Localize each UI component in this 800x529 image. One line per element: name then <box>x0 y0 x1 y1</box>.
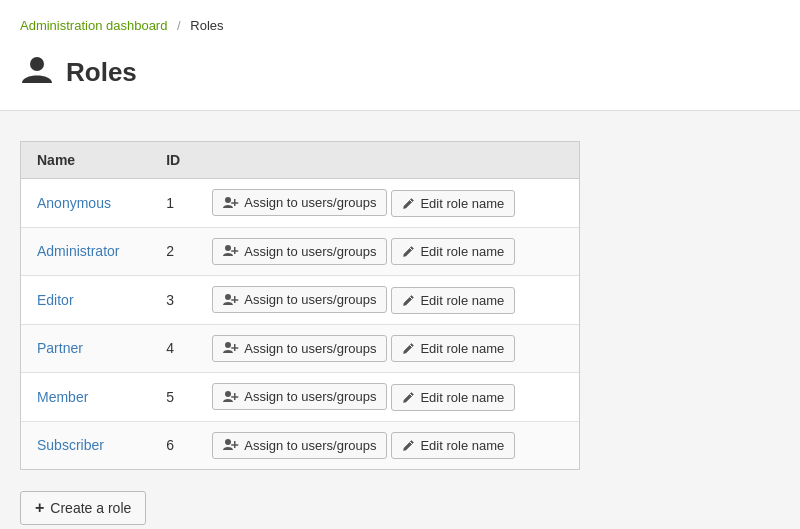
edit-role-name-button[interactable]: Edit role name <box>391 335 515 362</box>
role-id-cell: 6 <box>150 421 196 469</box>
assign-button-label: Assign to users/groups <box>244 244 376 259</box>
role-name-cell: Subscriber <box>21 421 150 469</box>
svg-point-21 <box>225 439 231 445</box>
breadcrumb: Administration dashboard / Roles <box>20 10 780 39</box>
role-actions-cell: Assign to users/groups Edit role name <box>196 276 579 325</box>
roles-table-wrapper: Name ID Anonymous1 Assign to users/group… <box>20 141 580 470</box>
assign-to-users-groups-button[interactable]: Assign to users/groups <box>212 189 387 216</box>
pencil-icon <box>402 391 415 404</box>
edit-role-name-button[interactable]: Edit role name <box>391 287 515 314</box>
svg-point-5 <box>225 245 231 251</box>
col-name: Name <box>21 142 150 179</box>
role-name-cell: Administrator <box>21 227 150 276</box>
breadcrumb-current: Roles <box>190 18 223 33</box>
edit-role-name-button[interactable]: Edit role name <box>391 432 515 459</box>
role-actions-cell: Assign to users/groups Edit role name <box>196 179 579 228</box>
col-id: ID <box>150 142 196 179</box>
svg-rect-11 <box>231 299 238 301</box>
pencil-icon <box>402 342 415 355</box>
svg-rect-23 <box>231 444 238 446</box>
svg-point-1 <box>225 197 231 203</box>
role-name-link[interactable]: Partner <box>37 340 83 356</box>
role-id-cell: 4 <box>150 324 196 373</box>
assign-icon <box>223 196 239 210</box>
plus-icon: + <box>35 499 44 517</box>
edit-button-label: Edit role name <box>420 293 504 308</box>
role-actions-cell: Assign to users/groups Edit role name <box>196 421 579 469</box>
edit-role-name-button[interactable]: Edit role name <box>391 190 515 217</box>
table-row: Member5 Assign to users/groups Edit role… <box>21 373 579 422</box>
svg-point-17 <box>225 391 231 397</box>
roles-icon <box>20 53 54 92</box>
roles-table: Name ID Anonymous1 Assign to users/group… <box>21 142 579 469</box>
role-id-cell: 2 <box>150 227 196 276</box>
create-role-label: Create a role <box>50 500 131 516</box>
create-role-button[interactable]: + Create a role <box>20 491 146 525</box>
pencil-icon <box>402 294 415 307</box>
edit-button-label: Edit role name <box>420 244 504 259</box>
edit-role-name-button[interactable]: Edit role name <box>391 238 515 265</box>
svg-rect-3 <box>231 202 238 204</box>
edit-button-label: Edit role name <box>420 390 504 405</box>
breadcrumb-parent-link[interactable]: Administration dashboard <box>20 18 167 33</box>
table-header-row: Name ID <box>21 142 579 179</box>
svg-point-0 <box>30 57 44 71</box>
svg-rect-19 <box>231 396 238 398</box>
table-row: Partner4 Assign to users/groups Edit rol… <box>21 324 579 373</box>
assign-to-users-groups-button[interactable]: Assign to users/groups <box>212 286 387 313</box>
pencil-icon <box>402 197 415 210</box>
assign-button-label: Assign to users/groups <box>244 292 376 307</box>
assign-icon <box>223 244 239 258</box>
page-title: Roles <box>66 57 137 88</box>
role-name-cell: Editor <box>21 276 150 325</box>
role-actions-cell: Assign to users/groups Edit role name <box>196 324 579 373</box>
svg-point-9 <box>225 294 231 300</box>
pencil-icon <box>402 439 415 452</box>
breadcrumb-separator: / <box>177 18 181 33</box>
role-name-link[interactable]: Anonymous <box>37 195 111 211</box>
role-actions-cell: Assign to users/groups Edit role name <box>196 227 579 276</box>
edit-button-label: Edit role name <box>420 196 504 211</box>
svg-rect-15 <box>231 347 238 349</box>
svg-rect-7 <box>231 250 238 252</box>
role-name-link[interactable]: Subscriber <box>37 437 104 453</box>
assign-icon <box>223 293 239 307</box>
assign-button-label: Assign to users/groups <box>244 438 376 453</box>
main-content: Name ID Anonymous1 Assign to users/group… <box>0 111 800 529</box>
assign-to-users-groups-button[interactable]: Assign to users/groups <box>212 238 387 265</box>
pencil-icon <box>402 245 415 258</box>
table-row: Editor3 Assign to users/groups Edit role… <box>21 276 579 325</box>
assign-to-users-groups-button[interactable]: Assign to users/groups <box>212 335 387 362</box>
assign-icon <box>223 341 239 355</box>
table-row: Subscriber6 Assign to users/groups Edit … <box>21 421 579 469</box>
role-name-link[interactable]: Administrator <box>37 243 119 259</box>
header: Administration dashboard / Roles Roles <box>0 0 800 111</box>
assign-button-label: Assign to users/groups <box>244 389 376 404</box>
svg-point-13 <box>225 342 231 348</box>
edit-button-label: Edit role name <box>420 341 504 356</box>
role-id-cell: 1 <box>150 179 196 228</box>
role-name-cell: Member <box>21 373 150 422</box>
col-actions <box>196 142 579 179</box>
assign-to-users-groups-button[interactable]: Assign to users/groups <box>212 383 387 410</box>
role-actions-cell: Assign to users/groups Edit role name <box>196 373 579 422</box>
edit-button-label: Edit role name <box>420 438 504 453</box>
role-id-cell: 5 <box>150 373 196 422</box>
assign-icon <box>223 438 239 452</box>
role-name-cell: Partner <box>21 324 150 373</box>
role-name-cell: Anonymous <box>21 179 150 228</box>
assign-button-label: Assign to users/groups <box>244 195 376 210</box>
role-name-link[interactable]: Member <box>37 389 88 405</box>
edit-role-name-button[interactable]: Edit role name <box>391 384 515 411</box>
assign-button-label: Assign to users/groups <box>244 341 376 356</box>
table-row: Anonymous1 Assign to users/groups Edit r… <box>21 179 579 228</box>
table-row: Administrator2 Assign to users/groups Ed… <box>21 227 579 276</box>
role-name-link[interactable]: Editor <box>37 292 74 308</box>
assign-icon <box>223 390 239 404</box>
page-title-bar: Roles <box>20 39 780 110</box>
assign-to-users-groups-button[interactable]: Assign to users/groups <box>212 432 387 459</box>
role-id-cell: 3 <box>150 276 196 325</box>
